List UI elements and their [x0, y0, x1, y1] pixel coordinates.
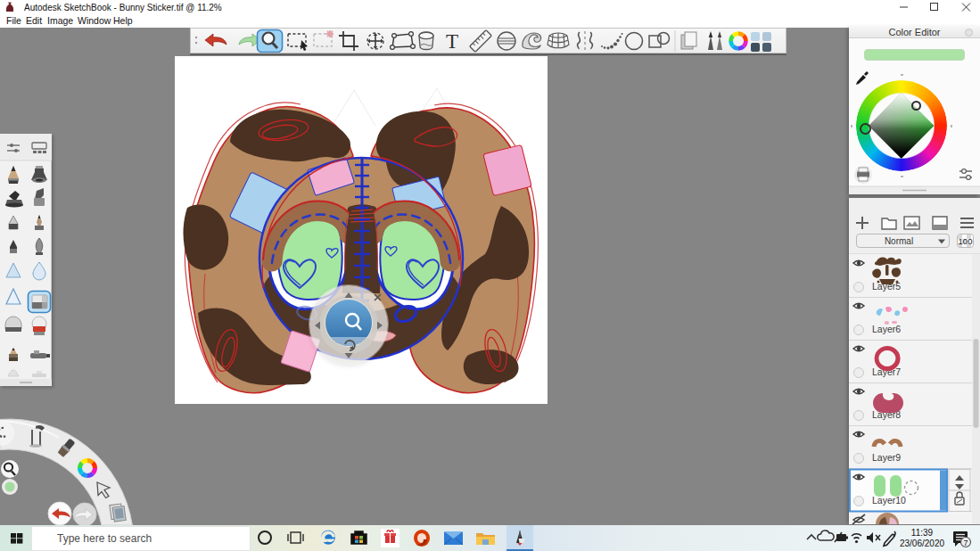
svg-text:Layer10: Layer10 — [872, 495, 906, 506]
svg-text:Normal: Normal — [885, 236, 913, 246]
svg-text:Layer9: Layer9 — [872, 452, 901, 463]
svg-text:7: 7 — [963, 539, 968, 547]
svg-text:100: 100 — [959, 236, 973, 246]
svg-text:T: T — [446, 30, 458, 53]
svg-text:Layer6: Layer6 — [872, 324, 901, 334]
